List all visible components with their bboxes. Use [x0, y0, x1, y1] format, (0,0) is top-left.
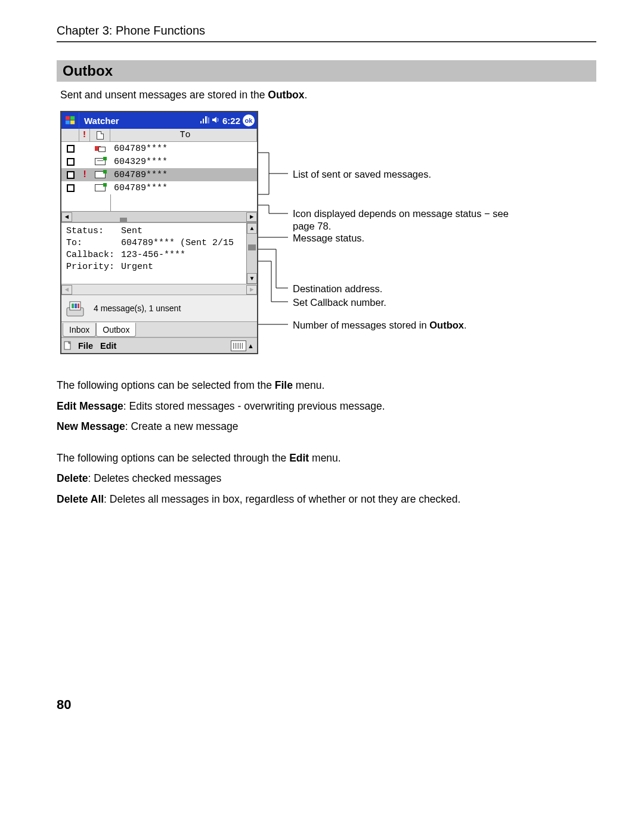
- menu-file[interactable]: File: [75, 341, 97, 351]
- body-text: menu.: [309, 452, 341, 464]
- menubar: File Edit ▲: [61, 337, 257, 353]
- start-flag-icon[interactable]: [61, 112, 79, 129]
- scroll-track[interactable]: [247, 234, 257, 273]
- scroll-right-icon: ►: [246, 285, 257, 295]
- tab-bar: Inbox Outbox: [61, 322, 257, 337]
- row-checkbox[interactable]: [67, 184, 75, 192]
- app-title: Watcher: [79, 116, 200, 126]
- scroll-up-icon[interactable]: ▲: [247, 223, 257, 234]
- col-header-priority-icon: !: [79, 129, 90, 141]
- row-to: 604789****: [110, 183, 257, 193]
- message-status-icon: [95, 158, 106, 165]
- message-list: 604789**** 604329**** ! 604789****: [61, 142, 257, 211]
- row-to: 604329****: [110, 157, 257, 167]
- body-text: : Create a new message: [125, 420, 239, 432]
- callout-text: Number of messages stored in: [293, 320, 429, 330]
- document-icon: [97, 131, 104, 140]
- svg-rect-8: [78, 304, 79, 308]
- scroll-right-icon[interactable]: ►: [246, 212, 257, 222]
- section-title-band: Outbox: [57, 60, 596, 82]
- svg-rect-3: [70, 120, 75, 124]
- detail-priority-label: Priority:: [66, 262, 121, 272]
- callout-callback: Set Callback number.: [293, 296, 596, 309]
- svg-rect-2: [65, 120, 69, 124]
- message-row[interactable]: 604789****: [61, 142, 257, 155]
- detail-priority-value: Urgent: [121, 262, 257, 272]
- list-column-header: ! To: [61, 129, 257, 142]
- detail-callback-label: Callback:: [66, 250, 121, 260]
- svg-rect-6: [72, 304, 74, 308]
- svg-rect-7: [75, 304, 77, 308]
- body-text: menu.: [293, 379, 325, 391]
- message-row[interactable]: 604789****: [61, 181, 257, 194]
- body-bold: Edit Message: [57, 400, 123, 412]
- scroll-down-icon[interactable]: ▼: [247, 273, 257, 284]
- list-hscrollbar[interactable]: ◄ ►: [61, 211, 257, 222]
- scroll-thumb[interactable]: [248, 244, 256, 250]
- body-text: The following options can be selected fr…: [57, 379, 275, 391]
- menu-up-icon[interactable]: ▲: [247, 342, 257, 349]
- col-header-to[interactable]: To: [110, 129, 257, 141]
- scroll-left-icon[interactable]: ◄: [61, 212, 72, 222]
- detail-hscrollbar: ◄ ►: [61, 284, 257, 295]
- scroll-left-icon: ◄: [61, 285, 72, 295]
- col-header-type-icon: [90, 129, 110, 141]
- body-bold: Delete All: [57, 493, 104, 505]
- svg-rect-0: [65, 116, 69, 120]
- row-checkbox[interactable]: [67, 158, 75, 166]
- message-status-icon: [95, 171, 106, 178]
- row-checkbox[interactable]: [67, 145, 75, 153]
- callout-icon-status: Icon displayed depends on message status…: [293, 208, 596, 232]
- body-bold: Edit: [289, 452, 309, 464]
- tab-outbox[interactable]: Outbox: [96, 323, 136, 337]
- body-text: : Deletes checked messages: [88, 472, 222, 484]
- device-screenshot: Watcher 6:22 ok ! To: [60, 111, 258, 354]
- body-text: : Deletes all messages in box, regardles…: [104, 493, 460, 505]
- body-bold: File: [275, 379, 293, 391]
- callout-message-status: Message status.: [293, 232, 596, 244]
- detail-callback-value: 123-456-****: [121, 250, 257, 260]
- callout-text: .: [464, 320, 467, 330]
- callout-bold: Outbox: [429, 320, 464, 330]
- menu-edit[interactable]: Edit: [97, 341, 120, 351]
- speaker-icon: [212, 116, 220, 126]
- body-copy: The following options can be selected fr…: [57, 378, 596, 506]
- row-priority: !: [79, 169, 90, 180]
- intro-post: .: [305, 89, 308, 101]
- callout-destination: Destination address.: [293, 283, 596, 295]
- signal-icon: [200, 116, 209, 126]
- callout-text: page 78.: [293, 221, 331, 231]
- clock-text: 6:22: [222, 116, 240, 126]
- list-spacer: [61, 194, 257, 211]
- callout-count: Number of messages stored in Outbox.: [293, 319, 596, 332]
- chapter-header: Chapter 3: Phone Functions: [57, 24, 596, 42]
- body-text: : Edits stored messages - overwriting pr…: [123, 400, 385, 412]
- detail-status-value: Sent: [121, 226, 257, 236]
- row-to: 604789****: [110, 144, 257, 154]
- body-text: The following options can be selected th…: [57, 452, 289, 464]
- intro-bold: Outbox: [268, 89, 304, 101]
- detail-to-value: 604789**** (Sent 2/15: [121, 238, 257, 248]
- intro-text: Sent and unsent messages are stored in t…: [60, 89, 596, 101]
- page-number: 80: [57, 697, 596, 713]
- outbox-tray-icon: [65, 298, 85, 318]
- row-to: 604789****: [110, 170, 257, 180]
- detail-status-label: Status:: [66, 226, 121, 236]
- ok-button[interactable]: ok: [243, 114, 255, 126]
- col-header-check: [61, 129, 79, 141]
- section-title: Outbox: [63, 63, 113, 79]
- titlebar: Watcher 6:22 ok: [61, 112, 257, 129]
- message-status-icon: [95, 184, 106, 191]
- message-row[interactable]: 604329****: [61, 155, 257, 168]
- body-bold: New Message: [57, 420, 125, 432]
- row-checkbox[interactable]: [67, 171, 75, 179]
- message-status-icon: [95, 145, 106, 152]
- detail-vscrollbar[interactable]: ▲ ▼: [246, 223, 257, 284]
- summary-text: 4 message(s), 1 unsent: [94, 304, 181, 313]
- sip-keyboard-icon[interactable]: [231, 340, 246, 351]
- tab-inbox[interactable]: Inbox: [63, 323, 96, 337]
- message-row[interactable]: ! 604789****: [61, 168, 257, 181]
- new-doc-icon[interactable]: [61, 341, 75, 351]
- callout-list: List of sent or saved messages.: [293, 168, 596, 181]
- svg-rect-1: [70, 116, 75, 120]
